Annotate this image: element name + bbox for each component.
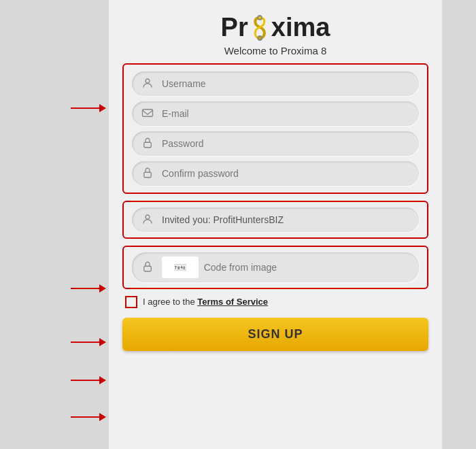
captcha-section: 7 9 4 2	[122, 246, 428, 289]
sidebar-right	[442, 0, 476, 449]
confirm-password-row	[132, 161, 419, 186]
confirm-password-icon	[141, 167, 155, 180]
arrow-form	[71, 104, 106, 112]
captcha-row: 7 9 4 2	[132, 252, 419, 282]
logo: Pr xima	[221, 14, 330, 42]
page-wrapper: Pr xima Welcome to Proxima 8	[0, 0, 476, 449]
svg-text:7: 7	[175, 265, 177, 269]
terms-link[interactable]: Terms of Service	[197, 297, 268, 307]
username-row	[132, 71, 419, 96]
password-input[interactable]	[162, 138, 409, 149]
user-icon	[141, 77, 155, 90]
terms-row: I agree to the Terms of Service	[122, 296, 428, 308]
invited-icon	[141, 213, 155, 227]
svg-rect-4	[144, 142, 152, 148]
confirm-password-input[interactable]	[162, 168, 409, 179]
svg-point-6	[146, 215, 150, 219]
captcha-input[interactable]	[204, 262, 409, 273]
password-row	[132, 131, 419, 156]
svg-rect-7	[144, 266, 152, 271]
invited-section	[122, 201, 428, 239]
terms-text: I agree to the Terms of Service	[143, 297, 268, 307]
invited-row	[132, 207, 419, 232]
captcha-image: 7 9 4 2	[162, 256, 199, 278]
logo-subtitle: Welcome to Proxima 8	[224, 45, 327, 56]
arrow-captcha	[71, 338, 106, 346]
username-input[interactable]	[162, 78, 409, 89]
main-content: Pr xima Welcome to Proxima 8	[109, 0, 442, 449]
captcha-lock-icon	[141, 261, 155, 274]
arrow-signup	[71, 413, 106, 421]
email-row	[132, 101, 419, 126]
logo-area: Pr xima Welcome to Proxima 8	[221, 14, 330, 56]
invited-input[interactable]	[162, 214, 409, 225]
svg-rect-5	[144, 172, 152, 178]
password-icon	[141, 137, 155, 150]
svg-text:2: 2	[183, 265, 185, 269]
svg-point-0	[258, 16, 262, 20]
logo-icon	[249, 15, 271, 41]
email-icon	[141, 107, 155, 120]
svg-point-2	[146, 79, 150, 83]
svg-text:4: 4	[180, 265, 182, 269]
svg-rect-3	[143, 110, 153, 117]
signup-button[interactable]: SIGN UP	[122, 318, 428, 351]
svg-point-1	[258, 36, 262, 40]
email-input[interactable]	[162, 108, 409, 119]
svg-text:9: 9	[177, 265, 180, 269]
terms-checkbox[interactable]	[125, 296, 137, 308]
arrow-terms	[71, 376, 106, 384]
arrow-invited	[71, 284, 106, 293]
registration-form	[122, 63, 428, 194]
